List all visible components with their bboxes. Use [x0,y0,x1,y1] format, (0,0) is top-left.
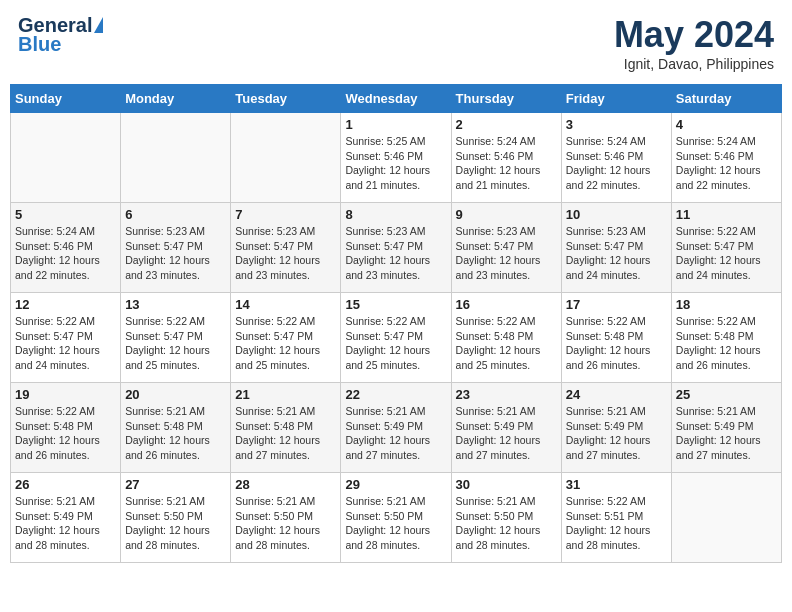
day-info: Sunrise: 5:24 AM Sunset: 5:46 PM Dayligh… [676,134,777,193]
calendar-cell: 24Sunrise: 5:21 AM Sunset: 5:49 PM Dayli… [561,383,671,473]
day-number: 3 [566,117,667,132]
weekday-header-sunday: Sunday [11,85,121,113]
day-info: Sunrise: 5:22 AM Sunset: 5:47 PM Dayligh… [15,314,116,373]
calendar-week-row: 5Sunrise: 5:24 AM Sunset: 5:46 PM Daylig… [11,203,782,293]
day-number: 28 [235,477,336,492]
day-info: Sunrise: 5:22 AM Sunset: 5:51 PM Dayligh… [566,494,667,553]
day-number: 30 [456,477,557,492]
day-number: 2 [456,117,557,132]
calendar-cell [671,473,781,563]
day-info: Sunrise: 5:22 AM Sunset: 5:48 PM Dayligh… [676,314,777,373]
calendar-cell: 13Sunrise: 5:22 AM Sunset: 5:47 PM Dayli… [121,293,231,383]
day-number: 13 [125,297,226,312]
calendar-cell: 30Sunrise: 5:21 AM Sunset: 5:50 PM Dayli… [451,473,561,563]
calendar-cell: 20Sunrise: 5:21 AM Sunset: 5:48 PM Dayli… [121,383,231,473]
calendar-cell: 31Sunrise: 5:22 AM Sunset: 5:51 PM Dayli… [561,473,671,563]
location: Ignit, Davao, Philippines [614,56,774,72]
day-info: Sunrise: 5:21 AM Sunset: 5:50 PM Dayligh… [125,494,226,553]
day-info: Sunrise: 5:23 AM Sunset: 5:47 PM Dayligh… [125,224,226,283]
day-info: Sunrise: 5:21 AM Sunset: 5:49 PM Dayligh… [456,404,557,463]
calendar-week-row: 19Sunrise: 5:22 AM Sunset: 5:48 PM Dayli… [11,383,782,473]
day-number: 27 [125,477,226,492]
calendar-cell: 14Sunrise: 5:22 AM Sunset: 5:47 PM Dayli… [231,293,341,383]
logo: General Blue [18,14,103,56]
day-number: 11 [676,207,777,222]
day-number: 7 [235,207,336,222]
day-info: Sunrise: 5:22 AM Sunset: 5:48 PM Dayligh… [15,404,116,463]
day-number: 15 [345,297,446,312]
weekday-header-row: SundayMondayTuesdayWednesdayThursdayFrid… [11,85,782,113]
calendar-cell: 10Sunrise: 5:23 AM Sunset: 5:47 PM Dayli… [561,203,671,293]
day-number: 31 [566,477,667,492]
day-info: Sunrise: 5:24 AM Sunset: 5:46 PM Dayligh… [566,134,667,193]
logo-triangle-icon [94,17,103,33]
weekday-header-monday: Monday [121,85,231,113]
calendar-cell: 27Sunrise: 5:21 AM Sunset: 5:50 PM Dayli… [121,473,231,563]
calendar-cell: 7Sunrise: 5:23 AM Sunset: 5:47 PM Daylig… [231,203,341,293]
day-number: 19 [15,387,116,402]
day-number: 10 [566,207,667,222]
day-number: 21 [235,387,336,402]
day-number: 8 [345,207,446,222]
calendar-cell: 12Sunrise: 5:22 AM Sunset: 5:47 PM Dayli… [11,293,121,383]
calendar-cell: 17Sunrise: 5:22 AM Sunset: 5:48 PM Dayli… [561,293,671,383]
calendar-cell: 21Sunrise: 5:21 AM Sunset: 5:48 PM Dayli… [231,383,341,473]
day-info: Sunrise: 5:25 AM Sunset: 5:46 PM Dayligh… [345,134,446,193]
day-info: Sunrise: 5:22 AM Sunset: 5:47 PM Dayligh… [235,314,336,373]
calendar-cell: 26Sunrise: 5:21 AM Sunset: 5:49 PM Dayli… [11,473,121,563]
calendar-table: SundayMondayTuesdayWednesdayThursdayFrid… [10,84,782,563]
weekday-header-thursday: Thursday [451,85,561,113]
day-number: 5 [15,207,116,222]
calendar-cell [11,113,121,203]
day-info: Sunrise: 5:24 AM Sunset: 5:46 PM Dayligh… [456,134,557,193]
calendar-cell: 23Sunrise: 5:21 AM Sunset: 5:49 PM Dayli… [451,383,561,473]
calendar-cell [121,113,231,203]
weekday-header-wednesday: Wednesday [341,85,451,113]
calendar-cell: 16Sunrise: 5:22 AM Sunset: 5:48 PM Dayli… [451,293,561,383]
calendar-cell: 9Sunrise: 5:23 AM Sunset: 5:47 PM Daylig… [451,203,561,293]
day-info: Sunrise: 5:21 AM Sunset: 5:48 PM Dayligh… [125,404,226,463]
day-number: 17 [566,297,667,312]
calendar-cell: 2Sunrise: 5:24 AM Sunset: 5:46 PM Daylig… [451,113,561,203]
calendar-cell: 5Sunrise: 5:24 AM Sunset: 5:46 PM Daylig… [11,203,121,293]
day-number: 26 [15,477,116,492]
calendar-cell: 4Sunrise: 5:24 AM Sunset: 5:46 PM Daylig… [671,113,781,203]
day-info: Sunrise: 5:21 AM Sunset: 5:50 PM Dayligh… [345,494,446,553]
day-number: 16 [456,297,557,312]
day-number: 9 [456,207,557,222]
calendar-cell [231,113,341,203]
day-info: Sunrise: 5:22 AM Sunset: 5:48 PM Dayligh… [456,314,557,373]
calendar-cell: 22Sunrise: 5:21 AM Sunset: 5:49 PM Dayli… [341,383,451,473]
day-number: 18 [676,297,777,312]
day-info: Sunrise: 5:23 AM Sunset: 5:47 PM Dayligh… [235,224,336,283]
calendar-cell: 15Sunrise: 5:22 AM Sunset: 5:47 PM Dayli… [341,293,451,383]
calendar-cell: 11Sunrise: 5:22 AM Sunset: 5:47 PM Dayli… [671,203,781,293]
day-number: 1 [345,117,446,132]
weekday-header-saturday: Saturday [671,85,781,113]
calendar-cell: 8Sunrise: 5:23 AM Sunset: 5:47 PM Daylig… [341,203,451,293]
weekday-header-tuesday: Tuesday [231,85,341,113]
day-info: Sunrise: 5:21 AM Sunset: 5:49 PM Dayligh… [345,404,446,463]
calendar-cell: 25Sunrise: 5:21 AM Sunset: 5:49 PM Dayli… [671,383,781,473]
day-number: 29 [345,477,446,492]
day-info: Sunrise: 5:23 AM Sunset: 5:47 PM Dayligh… [566,224,667,283]
day-info: Sunrise: 5:21 AM Sunset: 5:49 PM Dayligh… [676,404,777,463]
month-title: May 2024 [614,14,774,56]
day-number: 4 [676,117,777,132]
calendar-week-row: 1Sunrise: 5:25 AM Sunset: 5:46 PM Daylig… [11,113,782,203]
day-info: Sunrise: 5:21 AM Sunset: 5:49 PM Dayligh… [566,404,667,463]
day-info: Sunrise: 5:22 AM Sunset: 5:47 PM Dayligh… [676,224,777,283]
day-info: Sunrise: 5:21 AM Sunset: 5:50 PM Dayligh… [456,494,557,553]
day-number: 22 [345,387,446,402]
day-info: Sunrise: 5:22 AM Sunset: 5:47 PM Dayligh… [345,314,446,373]
day-number: 20 [125,387,226,402]
day-info: Sunrise: 5:22 AM Sunset: 5:48 PM Dayligh… [566,314,667,373]
day-number: 24 [566,387,667,402]
day-number: 23 [456,387,557,402]
day-info: Sunrise: 5:23 AM Sunset: 5:47 PM Dayligh… [456,224,557,283]
calendar-cell: 6Sunrise: 5:23 AM Sunset: 5:47 PM Daylig… [121,203,231,293]
calendar-cell: 29Sunrise: 5:21 AM Sunset: 5:50 PM Dayli… [341,473,451,563]
calendar-week-row: 12Sunrise: 5:22 AM Sunset: 5:47 PM Dayli… [11,293,782,383]
day-info: Sunrise: 5:23 AM Sunset: 5:47 PM Dayligh… [345,224,446,283]
calendar-week-row: 26Sunrise: 5:21 AM Sunset: 5:49 PM Dayli… [11,473,782,563]
